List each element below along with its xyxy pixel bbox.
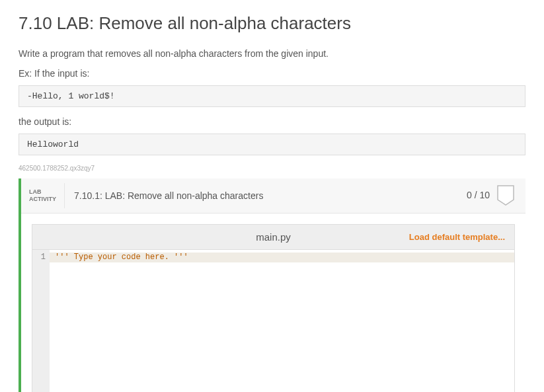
activity-tag: LAB ACTIVITY (21, 183, 65, 208)
activity-title: 7.10.1: LAB: Remove all non-alpha charac… (65, 184, 461, 208)
load-template-button[interactable]: Load default template... (400, 225, 514, 249)
activity-tag-line1: LAB (29, 188, 56, 196)
score-badge-icon (496, 185, 515, 206)
line-number-1: 1 (39, 253, 46, 262)
page-title: 7.10 LAB: Remove all non-alpha character… (19, 13, 525, 34)
editor-tabs: main.py Load default template... (32, 224, 515, 249)
description-text: Write a program that removes all non-alp… (19, 48, 525, 59)
example-output-label: the output is: (19, 116, 525, 127)
editor-wrapper: main.py Load default template... 1 ''' T… (21, 214, 525, 392)
hash-identifier: 462500.1788252.qx3zqy7 (19, 165, 525, 172)
example-output-block: Helloworld (19, 134, 525, 155)
activity-header: LAB ACTIVITY 7.10.1: LAB: Remove all non… (21, 178, 525, 214)
example-input-block: -Hello, 1 world$! (19, 85, 525, 107)
filename-tab[interactable]: main.py (256, 225, 291, 249)
line-numbers: 1 (32, 250, 50, 392)
code-content[interactable]: ''' Type your code here. ''' (50, 250, 514, 392)
activity-score: 0 / 10 (461, 178, 525, 213)
code-line-1: ''' Type your code here. ''' (55, 253, 188, 262)
score-text: 0 / 10 (467, 190, 490, 200)
example-input-label: Ex: If the input is: (19, 68, 525, 79)
code-editor[interactable]: 1 ''' Type your code here. ''' (32, 249, 515, 392)
activity-tag-line2: ACTIVITY (29, 196, 56, 203)
activity-container: LAB ACTIVITY 7.10.1: LAB: Remove all non… (19, 178, 525, 392)
